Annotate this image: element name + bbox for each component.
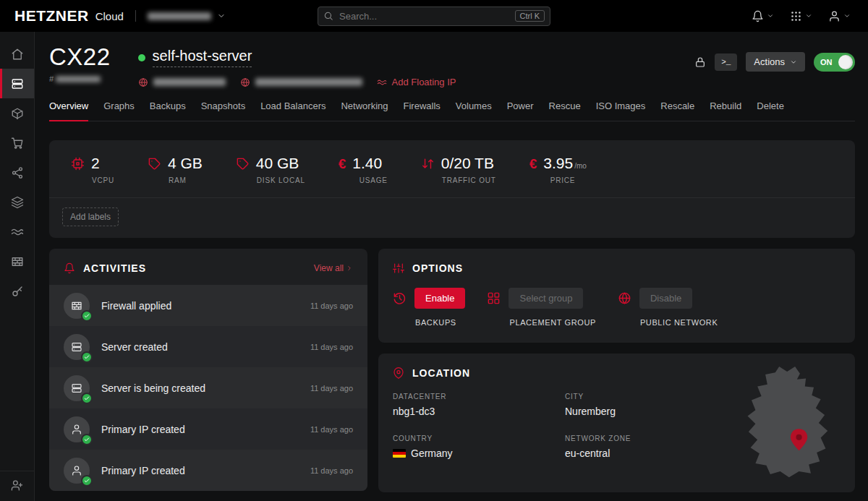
tab-backups[interactable]: Backups (150, 100, 186, 121)
germany-map-silhouette (738, 364, 846, 482)
tab-iso-images[interactable]: ISO Images (596, 100, 646, 121)
activity-row[interactable]: Firewall applied 11 days ago (49, 285, 367, 326)
chevron-right-icon (346, 265, 353, 272)
chevron-down-icon (767, 12, 774, 20)
activity-row[interactable]: Server created 11 days ago (49, 326, 367, 367)
sidebar-item-security[interactable] (0, 276, 34, 306)
project-name-redacted (148, 12, 211, 20)
power-toggle[interactable]: ON (814, 53, 855, 72)
tab-volumes[interactable]: Volumes (456, 100, 492, 121)
stat-label: RAM (169, 176, 203, 184)
stat-label: PRICE (550, 176, 587, 184)
traffic-arrows-icon (421, 157, 435, 171)
options-card: OPTIONS Enable BACKUPS (378, 249, 855, 343)
sidebar-item-referral[interactable] (0, 471, 34, 501)
add-labels-button[interactable]: Add labels (62, 207, 119, 226)
floating-ip-icon (377, 77, 387, 87)
view-all-link[interactable]: View all (314, 263, 353, 273)
power-state-label: ON (820, 58, 833, 67)
success-check-icon (81, 434, 93, 445)
stat-suffix: /mo (574, 162, 587, 170)
hetzner-logo[interactable]: HETZNER (14, 7, 89, 25)
activities-title: ACTIVITIES (83, 262, 146, 274)
server-type-block: CX22 # (49, 45, 111, 83)
search-input[interactable] (339, 11, 509, 22)
notifications-menu[interactable] (752, 10, 774, 22)
tab-networking[interactable]: Networking (341, 100, 388, 121)
tab-snapshots[interactable]: Snapshots (201, 100, 245, 121)
placement-group-icon (487, 291, 501, 305)
sidebar-item-volumes[interactable] (0, 98, 34, 128)
floating-ip-icon (11, 226, 24, 239)
tab-rescue[interactable]: Rescue (549, 100, 581, 121)
server-id-prefix: # (49, 74, 54, 83)
apps-grid-icon (790, 10, 802, 22)
tab-graphs[interactable]: Graphs (103, 100, 135, 121)
disk-icon (236, 157, 250, 171)
sidebar-item-firewalls[interactable] (0, 247, 34, 276)
option-label: BACKUPS (415, 318, 465, 327)
console-button[interactable]: >_ (715, 53, 737, 71)
tab-load-balancers[interactable]: Load Balancers (260, 100, 326, 121)
ipv6-address[interactable] (240, 77, 362, 87)
tab-rescale[interactable]: Rescale (660, 100, 694, 121)
stat-traffic: 0/20 TB TRAFFIC OUT (421, 155, 496, 184)
location-field-datacenter: DATACENTER nbg1-dc3 (393, 393, 565, 417)
product-name: Cloud (95, 10, 124, 22)
project-selector[interactable] (148, 12, 226, 20)
sidebar-item-networks[interactable] (0, 158, 34, 187)
tab-rebuild[interactable]: Rebuild (710, 100, 741, 121)
activities-card: ACTIVITIES View all Firewall applied 11 … (49, 249, 367, 491)
add-floating-ip-link[interactable]: Add Floating IP (377, 77, 456, 87)
bell-icon (64, 262, 75, 274)
select-group-button[interactable]: Select group (509, 288, 583, 309)
success-check-icon (81, 393, 93, 404)
stat-label: DISK LOCAL (257, 176, 305, 184)
apps-menu[interactable] (790, 10, 812, 22)
server-icon (11, 77, 24, 90)
sidebar-item-marketplace[interactable] (0, 128, 34, 158)
cpu-icon (71, 157, 85, 171)
field-value: Nuremberg (565, 406, 737, 417)
field-value: eu-central (565, 448, 737, 459)
search-bar[interactable]: Ctrl K (318, 7, 550, 26)
tab-overview[interactable]: Overview (49, 100, 88, 121)
account-menu[interactable] (828, 10, 851, 22)
search-shortcut: Ctrl K (515, 10, 545, 22)
sidebar-item-load-balancers[interactable] (0, 187, 34, 217)
lock-icon[interactable] (694, 56, 706, 68)
tab-firewalls[interactable]: Firewalls (404, 100, 441, 121)
stat-label: VCPU (92, 176, 114, 184)
ipv6-redacted (255, 78, 362, 86)
stat-vcpu: 2 VCPU (71, 155, 114, 184)
field-value: Germany (411, 448, 453, 459)
tab-power[interactable]: Power (507, 100, 534, 121)
chevron-down-icon (805, 12, 812, 20)
activity-row[interactable]: Primary IP created 11 days ago (49, 450, 367, 491)
server-name[interactable]: self-host-server (153, 48, 252, 67)
server-id: # (49, 74, 111, 83)
disable-public-network-button[interactable]: Disable (639, 288, 692, 309)
server-type: CX22 (49, 45, 111, 69)
sidebar-item-home[interactable] (0, 39, 34, 69)
success-check-icon (81, 351, 93, 363)
firewall-icon (64, 293, 90, 319)
tab-delete[interactable]: Delete (757, 100, 784, 121)
stat-label: TRAFFIC OUT (442, 176, 496, 184)
labels-section: Add labels (49, 197, 855, 238)
activity-row[interactable]: Server is being created 11 days ago (49, 367, 367, 408)
field-label: DATACENTER (393, 393, 565, 401)
server-icon (64, 334, 90, 360)
enable-backups-button[interactable]: Enable (414, 288, 465, 309)
stat-price: € 3.95 /mo PRICE (529, 155, 587, 184)
sidebar-item-servers[interactable] (0, 69, 34, 98)
option-label: PLACEMENT GROUP (509, 318, 595, 327)
ipv4-address[interactable] (138, 77, 226, 87)
success-check-icon (81, 475, 93, 487)
sidebar-item-floating-ips[interactable] (0, 217, 34, 247)
search-icon (323, 11, 333, 21)
field-label: NETWORK ZONE (565, 434, 737, 442)
actions-button[interactable]: Actions (746, 52, 805, 72)
activity-row[interactable]: Primary IP created 11 days ago (49, 408, 367, 450)
activity-time: 11 days ago (310, 301, 353, 310)
